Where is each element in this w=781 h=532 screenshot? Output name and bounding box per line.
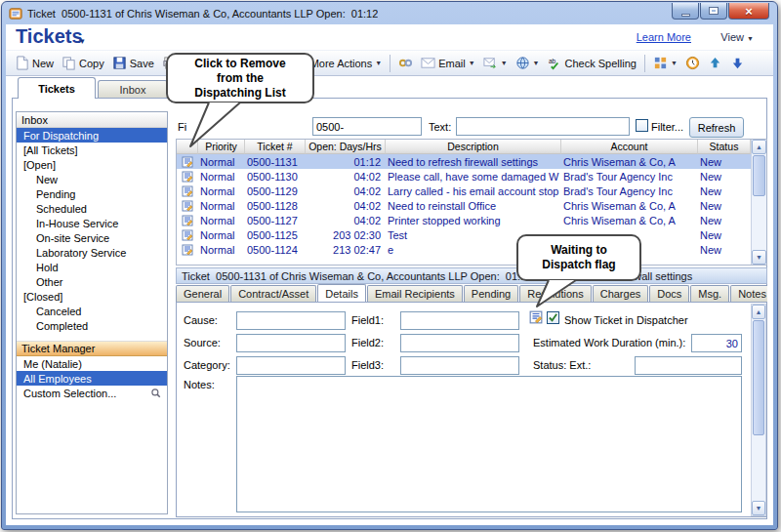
text-filter-input[interactable]	[456, 117, 630, 136]
email-button[interactable]: Email ▼	[418, 54, 477, 72]
new-button[interactable]: New	[12, 54, 57, 72]
table-row[interactable]: Normal0500-112704:02Printer stopped work…	[177, 213, 751, 227]
detail-tab-email-recipients[interactable]: Email Recipients	[367, 285, 463, 302]
tab-tickets[interactable]: Tickets	[18, 77, 96, 99]
table-row[interactable]: Normal0500-112904:02Larry called - his e…	[177, 184, 751, 198]
sidebar-item-pending[interactable]: Pending	[17, 186, 167, 201]
table-row[interactable]: Normal0500-113101:12Need to refresh fire…	[177, 154, 751, 169]
detail-tab-charges[interactable]: Charges	[593, 285, 649, 302]
scrollbar-thumb[interactable]	[753, 320, 764, 435]
column-header-account[interactable]: Account	[561, 140, 698, 154]
sidebar-item-custom-selection[interactable]: Custom Selection...	[17, 386, 167, 400]
scroll-up-button[interactable]: ▲	[752, 305, 765, 319]
tab-inbox[interactable]: Inbox	[98, 80, 168, 99]
detail-tab-general[interactable]: General	[176, 285, 229, 302]
sidebar-item-for-dispatching[interactable]: For Dispatching	[17, 128, 167, 143]
scroll-down-button[interactable]: ▼	[752, 501, 765, 515]
table-row[interactable]: Normal0500-1125203 02:30TestNew	[177, 227, 751, 242]
minimize-button[interactable]	[672, 3, 699, 20]
view-button[interactable]: View ▼	[720, 31, 754, 43]
page-title[interactable]: Tickets	[16, 25, 83, 48]
sidebar-item-on-site-service[interactable]: On-site Service	[17, 230, 167, 245]
estimated-duration-field[interactable]	[691, 334, 742, 352]
sidebar-item-open[interactable]: [Open]	[17, 157, 167, 172]
sidebar: Inbox For Dispatching [All Tickets] [Ope…	[16, 111, 168, 514]
table-row[interactable]: Normal0500-1124213 02:47eNew	[177, 242, 751, 257]
arrow-down-icon: ▼	[756, 505, 762, 512]
scrollbar-thumb[interactable]	[753, 155, 765, 196]
column-header-open[interactable]: Open: Days/Hrs	[306, 140, 386, 154]
sidebar-item-closed[interactable]: [Closed]	[17, 289, 167, 304]
navigate-down-button[interactable]	[727, 54, 748, 72]
table-row[interactable]: Normal0500-112804:02Need to reinstall Of…	[177, 198, 751, 213]
detail-tab-contract-asset[interactable]: Contract/Asset	[230, 285, 316, 302]
send-receive-button[interactable]: ▼	[480, 54, 511, 72]
sidebar-item-laboratory-service[interactable]: Laboratory Service	[17, 245, 167, 260]
web-button[interactable]: ▼	[513, 54, 543, 72]
checkmark-icon	[548, 312, 558, 323]
dispatcher-flag-icon	[529, 310, 543, 324]
source-field[interactable]	[236, 334, 346, 352]
link-button[interactable]	[395, 54, 416, 72]
detail-tab-msg[interactable]: Msg.	[690, 285, 729, 302]
learn-more-link[interactable]: Learn More	[637, 31, 691, 43]
sidebar-item-completed[interactable]: Completed	[17, 318, 167, 333]
app-window: Ticket 0500-1131 of Chris Wiseman & Co, …	[1, 1, 778, 530]
chevron-down-icon: ▼	[533, 60, 540, 66]
column-header-status[interactable]: Status	[698, 140, 751, 154]
navigate-up-button[interactable]	[705, 54, 725, 72]
field1-field[interactable]	[400, 311, 519, 330]
field2-field[interactable]	[400, 334, 519, 352]
sidebar-item-new[interactable]: New	[17, 172, 167, 186]
notes-field[interactable]	[236, 376, 742, 512]
sidebar-item-scheduled[interactable]: Scheduled	[17, 201, 167, 216]
category-field[interactable]	[236, 356, 346, 375]
sidebar-item-canceled[interactable]: Canceled	[17, 304, 167, 318]
close-button[interactable]: ×	[728, 3, 769, 20]
chevron-down-icon[interactable]: ▾	[80, 36, 85, 46]
status-ext-field[interactable]	[635, 356, 742, 375]
sidebar-item-all-tickets[interactable]: [All Tickets]	[17, 143, 167, 157]
detail-tab-pending[interactable]: Pending	[464, 285, 518, 302]
ticket-filter-input[interactable]	[312, 117, 422, 136]
maximize-button[interactable]	[700, 3, 727, 20]
svg-text:ab: ab	[548, 58, 555, 64]
check-spelling-button[interactable]: ab Check Spelling	[545, 54, 639, 72]
show-in-dispatcher-checkbox[interactable]	[547, 311, 559, 324]
sidebar-item-me[interactable]: Me (Natalie)	[17, 356, 167, 371]
detail-tab-details[interactable]: Details	[317, 284, 366, 302]
more-actions-button[interactable]: More Actions ▼	[308, 56, 386, 71]
layout-button[interactable]: ▼	[650, 54, 680, 72]
timer-button[interactable]	[682, 54, 703, 72]
window-title: Ticket 0500-1131 of Chris Wiseman & Co, …	[27, 8, 378, 20]
arrow-up-icon: ▲	[756, 143, 762, 150]
dispatch-ticket-icon	[182, 171, 193, 183]
sidebar-header-inbox[interactable]: Inbox	[17, 112, 167, 128]
sidebar-header-ticket-manager[interactable]: Ticket Manager	[17, 341, 167, 356]
filter-checkbox[interactable]	[636, 119, 648, 132]
table-row[interactable]: Normal0500-113004:02Please call, have so…	[177, 169, 751, 184]
scroll-down-button[interactable]: ▼	[752, 250, 766, 265]
detail-tab-docs[interactable]: Docs	[649, 285, 689, 302]
detail-tab-notes[interactable]: Notes	[730, 285, 767, 302]
cause-field[interactable]	[236, 311, 346, 330]
scroll-up-button[interactable]: ▲	[752, 140, 766, 154]
search-icon	[150, 388, 162, 399]
table-scrollbar[interactable]: ▲ ▼	[751, 140, 766, 265]
sidebar-item-all-employees[interactable]: All Employees	[17, 371, 167, 386]
detail-scrollbar[interactable]: ▲ ▼	[751, 304, 766, 516]
refresh-button[interactable]: Refresh	[689, 117, 744, 138]
field3-field[interactable]	[400, 356, 519, 375]
sidebar-item-label: Custom Selection...	[23, 388, 116, 399]
copy-button[interactable]: Copy	[59, 54, 107, 72]
toolbar-separator	[390, 55, 390, 72]
save-button[interactable]: Save	[109, 54, 157, 72]
titlebar[interactable]: Ticket 0500-1131 of Chris Wiseman & Co, …	[9, 5, 650, 22]
sidebar-item-in-house-service[interactable]: In-House Service	[17, 216, 167, 230]
callout-text: Waiting to Dispatch flag	[542, 243, 615, 272]
column-header-ticket[interactable]: Ticket #	[245, 140, 306, 154]
column-header-description[interactable]: Description	[386, 140, 561, 154]
sidebar-item-hold[interactable]: Hold	[17, 260, 167, 274]
sidebar-item-other[interactable]: Other	[17, 274, 167, 289]
callout-text: Click to Remove from the Dispatching Lis…	[194, 57, 285, 101]
